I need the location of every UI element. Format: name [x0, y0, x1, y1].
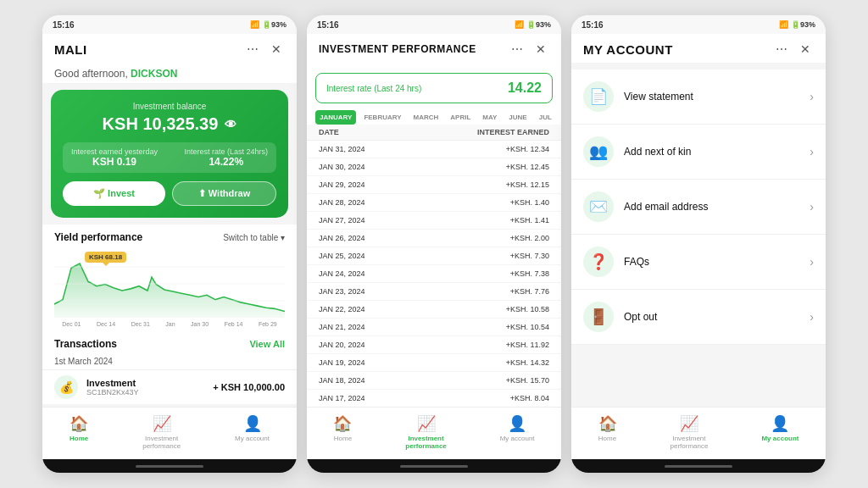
month-mar[interactable]: MARCH	[409, 110, 443, 125]
opt-out-item[interactable]: 🚪 Opt out ›	[571, 290, 826, 345]
switch-to-table-btn[interactable]: Switch to table ▾	[223, 233, 285, 242]
view-statement-icon: 📄	[583, 81, 614, 112]
greeting-text: Good afternoon, DICKSON	[42, 63, 297, 83]
nav-investment-inv[interactable]: 📈 Investmentperformance	[398, 413, 453, 452]
nav-account[interactable]: 👤 My account	[228, 413, 276, 452]
add-email-icon: ✉️	[583, 191, 614, 222]
add-kin-chevron: ›	[810, 145, 814, 158]
transaction-type: Investment	[86, 378, 204, 388]
table-row: JAN 23, 2024+KSH. 7.76	[307, 283, 561, 301]
add-next-of-kin-item[interactable]: 👥 Add next of kin ›	[571, 125, 826, 180]
table-row: JAN 30, 2024+KSH. 12.45	[307, 158, 561, 176]
acc-more-icon[interactable]: ⋯	[773, 41, 790, 58]
card-stats: Interest earned yesterday KSH 0.19 Inter…	[63, 142, 276, 173]
account-icon-acc: 👤	[771, 414, 789, 433]
close-icon[interactable]: ✕	[268, 41, 285, 58]
month-may[interactable]: MAY	[478, 110, 501, 125]
status-time-inv: 15:16	[317, 20, 339, 30]
inv-close-icon[interactable]: ✕	[532, 41, 549, 58]
home-nav-icon: 🏠	[70, 414, 88, 433]
account-nav-label: My account	[235, 435, 270, 442]
nav-home[interactable]: 🏠 Home	[63, 413, 95, 452]
transaction-date: 1st March 2024	[42, 353, 297, 369]
month-jun[interactable]: JUNE	[504, 110, 531, 125]
month-apr[interactable]: APRIL	[446, 110, 475, 125]
nav-home-acc[interactable]: 🏠 Home	[592, 413, 624, 452]
withdraw-button[interactable]: ⬆ Withdraw	[172, 181, 276, 206]
faq-icon: ❓	[583, 247, 614, 277]
account-label-acc: My account	[761, 435, 798, 442]
status-time-acc: 15:16	[581, 20, 604, 30]
nav-account-acc[interactable]: 👤 My account	[754, 413, 805, 452]
transactions-title: Transactions	[54, 338, 117, 350]
add-email-chevron: ›	[810, 200, 814, 214]
phone-account: 15:16 📶 🔋93% MY ACCOUNT ⋯ ✕ 📄 View state…	[571, 15, 826, 473]
transactions-header: Transactions View All	[42, 331, 297, 353]
investment-icon-inv: 📈	[417, 414, 436, 433]
chart-tooltip: KSH 68.18	[85, 252, 126, 263]
earned-col-header: INTEREST EARNED	[477, 128, 549, 136]
status-icons-inv: 📶 🔋93%	[515, 20, 551, 29]
nav-home-inv[interactable]: 🏠 Home	[326, 413, 359, 452]
invest-button[interactable]: 🌱 Invest	[63, 181, 165, 206]
inv-content: Interest rate (Last 24 hrs) 14.22 JANUAR…	[307, 63, 561, 407]
home-header-icons: ⋯ ✕	[244, 41, 285, 58]
view-statement-chevron: ›	[810, 90, 814, 103]
nav-investment[interactable]: 📈 Investmentperformance	[136, 413, 187, 452]
more-options-icon[interactable]: ⋯	[244, 41, 261, 58]
status-icons: 📶 🔋93%	[250, 20, 287, 29]
investment-label-acc: Investmentperformance	[670, 435, 709, 451]
yield-title: Yield performance	[54, 231, 142, 243]
chart-x-labels: Dec 01Dec 14Dec 31JanJan 30Feb 14Feb 29	[54, 321, 285, 327]
add-email-item[interactable]: ✉️ Add email address ›	[571, 180, 826, 235]
transaction-details: Investment SC1BN2Kx43Y	[86, 378, 204, 396]
nav-account-inv[interactable]: 👤 My account	[493, 413, 542, 452]
interest-rate-label: Interest rate (Last 24hrs)	[184, 147, 268, 156]
month-feb[interactable]: FEBRUARY	[359, 110, 405, 125]
account-label-inv: My account	[500, 435, 535, 442]
home-bar	[136, 465, 203, 468]
transaction-amount: + KSH 10,000.00	[213, 382, 285, 392]
inv-title: INVESTMENT PERFORMANCE	[319, 43, 476, 55]
investment-icon-acc: 📈	[680, 414, 698, 433]
view-all-btn[interactable]: View All	[249, 339, 285, 349]
home-indicator-acc	[571, 459, 826, 473]
interest-rate-stat: Interest rate (Last 24hrs) 14.22%	[184, 147, 268, 168]
table-row: JAN 28, 2024+KSH. 1.40	[307, 194, 561, 212]
status-bar-inv: 15:16 📶 🔋93%	[307, 15, 561, 34]
yield-section-header: Yield performance Switch to table ▾	[42, 225, 297, 247]
home-indicator-inv	[307, 459, 561, 473]
add-email-label: Add email address	[624, 201, 799, 213]
card-buttons: 🌱 Invest ⬆ Withdraw	[63, 181, 276, 206]
perf-table: DATE INTEREST EARNED JAN 31, 2024+KSH. 1…	[307, 125, 561, 407]
faq-item[interactable]: ❓ FAQs ›	[571, 235, 826, 290]
home-bar-acc	[665, 465, 732, 468]
interest-rate-value: 14.22%	[184, 156, 268, 168]
acc-close-icon[interactable]: ✕	[797, 41, 814, 58]
home-title: MALI	[54, 42, 87, 57]
month-jul[interactable]: JUL	[535, 110, 556, 125]
investment-card: Investment balance KSH 10,325.39 👁 Inter…	[51, 90, 288, 218]
phone-home: 15:16 📶 🔋93% MALI ⋯ ✕ Good afternoon, DI…	[42, 15, 297, 473]
home-label-acc: Home	[598, 435, 616, 442]
acc-header: MY ACCOUNT ⋯ ✕	[571, 34, 826, 63]
faq-chevron: ›	[810, 255, 814, 269]
home-bar-inv	[400, 465, 468, 468]
home-content: Investment balance KSH 10,325.39 👁 Inter…	[42, 83, 297, 407]
nav-investment-acc[interactable]: 📈 Investmentperformance	[664, 413, 715, 452]
transaction-ref: SC1BN2Kx43Y	[86, 388, 204, 396]
phone-investment: 15:16 📶 🔋93% INVESTMENT PERFORMANCE ⋯ ✕ …	[307, 15, 561, 473]
month-jan[interactable]: JANUARY	[315, 110, 356, 125]
eye-icon[interactable]: 👁	[225, 118, 236, 131]
table-row: JAN 31, 2024+KSH. 12.34	[307, 141, 561, 158]
view-statement-item[interactable]: 📄 View statement ›	[571, 69, 826, 125]
interest-earned-value: KSH 0.19	[71, 156, 158, 168]
table-row: JAN 29, 2024+KSH. 12.15	[307, 176, 561, 194]
balance-amount: KSH 10,325.39	[103, 114, 219, 134]
inv-more-icon[interactable]: ⋯	[509, 41, 526, 58]
status-icons-acc: 📶 🔋93%	[779, 20, 815, 29]
bottom-nav-home: 🏠 Home 📈 Investmentperformance 👤 My acco…	[42, 407, 297, 459]
table-row: JAN 24, 2024+KSH. 7.38	[307, 265, 561, 283]
interest-earned-stat: Interest earned yesterday KSH 0.19	[71, 147, 158, 168]
table-row: JAN 19, 2024+KSH. 14.32	[307, 354, 561, 372]
